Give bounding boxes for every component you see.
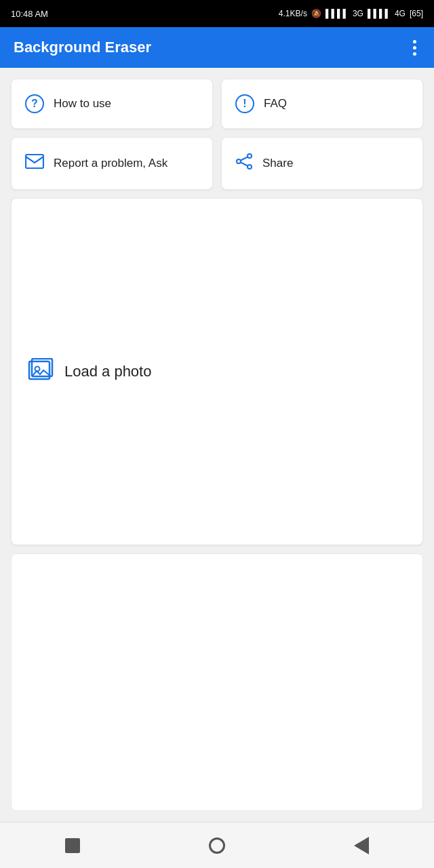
signal-bars-2: ▌▌▌▌ <box>368 9 391 18</box>
how-to-use-button[interactable]: ? How to use <box>11 79 213 129</box>
status-bar-right: 4.1KB/s 🔕 ▌▌▌▌ 3G ▌▌▌▌ 4G [65] <box>279 9 423 18</box>
status-bar: 10:48 AM 4.1KB/s 🔕 ▌▌▌▌ 3G ▌▌▌▌ 4G [65] <box>0 0 434 27</box>
signal-bars: ▌▌▌▌ <box>326 9 349 18</box>
question-circle-icon: ? <box>25 94 44 113</box>
svg-point-8 <box>35 366 40 371</box>
app-title: Background Eraser <box>14 39 151 56</box>
svg-rect-0 <box>26 155 43 168</box>
home-button[interactable] <box>202 831 232 861</box>
load-photo-inner: Load a photo <box>28 358 151 386</box>
info-circle-icon: ! <box>235 94 254 113</box>
load-photo-button[interactable]: Load a photo <box>11 198 423 545</box>
svg-point-2 <box>237 159 241 163</box>
svg-line-4 <box>241 157 248 161</box>
more-dot-1 <box>413 40 416 43</box>
share-label: Share <box>262 157 293 170</box>
mail-icon <box>25 154 44 173</box>
share-icon <box>235 153 253 174</box>
triangle-icon <box>354 837 369 854</box>
content-area: ? How to use ! FAQ Report a problem, Ask <box>0 68 434 822</box>
report-problem-label: Report a problem, Ask <box>54 157 167 170</box>
faq-label: FAQ <box>264 97 287 111</box>
time-display: 10:48 AM <box>11 9 48 19</box>
circle-icon <box>209 837 225 854</box>
how-to-use-label: How to use <box>54 97 111 111</box>
svg-line-5 <box>241 163 248 166</box>
back-button[interactable] <box>347 831 376 861</box>
more-dot-3 <box>413 52 416 56</box>
svg-point-1 <box>248 154 252 158</box>
bottom-content-area <box>11 553 423 811</box>
more-dot-2 <box>413 46 416 50</box>
square-icon <box>65 838 80 853</box>
mute-icon: 🔕 <box>311 9 321 18</box>
navigation-bar <box>0 822 434 868</box>
network-speed: 4.1KB/s <box>279 9 307 18</box>
gallery-icon <box>28 358 54 386</box>
report-problem-button[interactable]: Report a problem, Ask <box>11 137 213 190</box>
network-type-3g: 3G <box>353 9 363 18</box>
top-grid: ? How to use ! FAQ Report a problem, Ask <box>11 79 423 190</box>
more-options-button[interactable] <box>409 36 420 60</box>
load-photo-label: Load a photo <box>64 363 151 380</box>
battery-indicator: [65] <box>410 9 423 18</box>
share-button[interactable]: Share <box>221 137 423 190</box>
recent-apps-button[interactable] <box>58 831 87 861</box>
app-bar: Background Eraser <box>0 27 434 68</box>
faq-button[interactable]: ! FAQ <box>221 79 423 129</box>
svg-point-3 <box>248 165 252 169</box>
network-type-4g: 4G <box>395 9 406 18</box>
